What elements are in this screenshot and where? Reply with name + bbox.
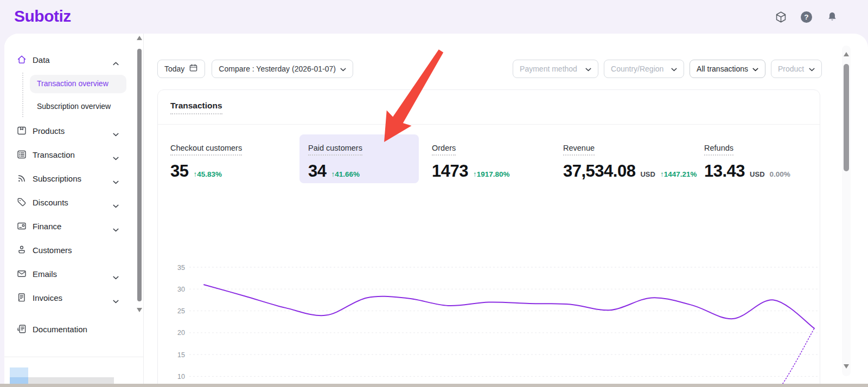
help-icon[interactable]: ? bbox=[800, 11, 813, 23]
up-arrow-icon: ↑ bbox=[660, 170, 664, 178]
brand-logo[interactable]: Subotiz bbox=[14, 7, 71, 25]
payment-method-label: Payment method bbox=[520, 64, 577, 73]
metric-value: 37,534.08 bbox=[563, 162, 635, 181]
y-tick-label: 20 bbox=[177, 329, 185, 337]
metric-label: Orders bbox=[432, 144, 456, 156]
y-tick-label: 25 bbox=[177, 307, 185, 315]
metric-delta: ↑1447.21% bbox=[660, 170, 697, 178]
chevron-down-icon bbox=[113, 296, 119, 306]
chevron-down-icon bbox=[809, 64, 815, 73]
sidebar-item-data[interactable]: Data bbox=[4, 48, 143, 72]
metric-label: Revenue bbox=[563, 144, 595, 156]
product-dropdown[interactable]: Product bbox=[771, 60, 822, 78]
sidebar-item-label: Invoices bbox=[33, 293, 62, 302]
sidebar-scrollbar[interactable] bbox=[136, 36, 143, 339]
sidebar-item-customers[interactable]: Customers bbox=[4, 238, 143, 262]
chevron-down-icon bbox=[113, 177, 119, 186]
transactions-line-chart: 0510152025303500:0002:0004:0006:0008:001… bbox=[163, 252, 822, 384]
sidebar-item-label: Documentation bbox=[33, 325, 87, 334]
country-region-label: Country/Region bbox=[611, 64, 663, 73]
sidebar-item-documentation[interactable]: Documentation bbox=[4, 317, 143, 341]
metric-label: Paid customers bbox=[308, 144, 362, 156]
transaction-type-dropdown[interactable]: All transactions bbox=[690, 60, 765, 78]
preview-thumbnail bbox=[10, 367, 28, 377]
transactions-panel: Transactions Checkout customers 35 ↑45.8… bbox=[157, 89, 820, 384]
sidebar-divider bbox=[4, 357, 143, 357]
sidebar-item-label: Data bbox=[33, 55, 50, 64]
calendar-icon bbox=[189, 63, 198, 74]
sidebar-item-label: Customers bbox=[33, 246, 72, 255]
chevron-down-icon bbox=[671, 64, 677, 73]
metric-refunds[interactable]: Refunds 13.43 USD 0.00% bbox=[704, 143, 790, 181]
metric-unit: USD bbox=[750, 170, 764, 178]
sidebar-subitem-subscription-overview[interactable]: Subscription overview bbox=[30, 98, 126, 115]
sidebar-item-discounts[interactable]: Discounts bbox=[4, 190, 143, 214]
sidebar-item-label: Subscriptions bbox=[33, 174, 81, 183]
sidebar-item-label: Transaction bbox=[33, 150, 75, 159]
product-label: Product bbox=[778, 64, 804, 73]
mail-icon bbox=[16, 268, 27, 279]
scroll-up-arrow-icon[interactable] bbox=[844, 52, 849, 56]
sidebar-item-invoices[interactable]: Invoices bbox=[4, 286, 143, 309]
sidebar-item-emails[interactable]: Emails bbox=[4, 262, 143, 286]
sidebar-item-subscriptions[interactable]: Subscriptions bbox=[4, 166, 143, 190]
sidebar-subitem-transaction-overview[interactable]: Transaction overview bbox=[30, 75, 126, 93]
metric-delta: ↑41.66% bbox=[331, 170, 360, 178]
list-icon bbox=[16, 149, 27, 160]
chevron-down-icon bbox=[752, 64, 758, 73]
metric-paid-customers[interactable]: Paid customers 34 ↑41.66% bbox=[308, 143, 362, 181]
topbar-icons: ? bbox=[775, 11, 838, 23]
sidebar-item-transaction[interactable]: Transaction bbox=[4, 143, 143, 166]
preview-thumbnail bbox=[28, 377, 114, 384]
metric-delta: ↑45.83% bbox=[193, 170, 222, 178]
chevron-down-icon bbox=[113, 224, 119, 234]
scrollbar-thumb[interactable] bbox=[137, 49, 142, 301]
subitem-label: Transaction overview bbox=[37, 79, 108, 88]
sidebar-item-finance[interactable]: Finance bbox=[4, 214, 143, 238]
rss-icon bbox=[16, 173, 27, 184]
y-tick-label: 15 bbox=[177, 351, 185, 359]
chart-compare-line bbox=[204, 328, 814, 384]
main-scrollbar[interactable] bbox=[842, 46, 851, 376]
sidebar: Data Transaction overview Subscription o… bbox=[4, 34, 144, 384]
scroll-down-arrow-icon[interactable] bbox=[137, 308, 142, 312]
metric-delta: ↑1917.80% bbox=[473, 170, 510, 178]
chevron-down-icon bbox=[113, 272, 119, 282]
metric-value: 34 bbox=[308, 162, 326, 181]
filters-right: Payment method Country/Region All transa… bbox=[513, 60, 822, 78]
payment-method-dropdown[interactable]: Payment method bbox=[513, 60, 598, 78]
metric-orders[interactable]: Orders 1473 ↑1917.80% bbox=[432, 143, 510, 181]
scroll-down-arrow-icon[interactable] bbox=[844, 364, 849, 369]
chart-line bbox=[204, 285, 814, 328]
sidebar-item-products[interactable]: Products bbox=[4, 119, 143, 143]
chevron-down-icon bbox=[113, 129, 119, 139]
date-range-button[interactable]: Today bbox=[157, 60, 205, 78]
scrollbar-thumb[interactable] bbox=[844, 64, 849, 171]
y-tick-label: 30 bbox=[177, 286, 185, 293]
panel-title: Transactions bbox=[170, 101, 222, 114]
svg-text:?: ? bbox=[804, 13, 808, 21]
country-region-dropdown[interactable]: Country/Region bbox=[604, 60, 684, 78]
metric-revenue[interactable]: Revenue 37,534.08 USD ↑1447.21% bbox=[563, 143, 697, 181]
tag-icon bbox=[16, 197, 27, 208]
metric-unit: USD bbox=[640, 170, 655, 178]
user-icon bbox=[16, 244, 27, 255]
metric-value: 13.43 bbox=[704, 162, 745, 181]
metric-delta: 0.00% bbox=[770, 170, 790, 178]
metric-value: 35 bbox=[170, 162, 188, 181]
package-cube-icon[interactable] bbox=[775, 11, 787, 23]
transaction-type-label: All transactions bbox=[697, 64, 748, 73]
compare-dropdown[interactable]: Compare : Yesterday (2026-01-07) bbox=[212, 60, 353, 78]
wallet-icon bbox=[16, 221, 27, 231]
scroll-up-arrow-icon[interactable] bbox=[137, 36, 142, 40]
filters-left: Today Compare : Yesterday (2026-01-07) bbox=[157, 60, 353, 78]
chevron-down-icon bbox=[113, 153, 119, 163]
up-arrow-icon: ↑ bbox=[473, 170, 477, 178]
compare-label: Compare : Yesterday (2026-01-07) bbox=[219, 64, 336, 73]
metric-checkout-customers[interactable]: Checkout customers 35 ↑45.83% bbox=[170, 143, 242, 181]
chevron-up-icon bbox=[113, 58, 119, 68]
bell-icon[interactable] bbox=[826, 11, 838, 23]
date-range-label: Today bbox=[164, 64, 184, 73]
preview-thumbnail bbox=[10, 377, 28, 384]
panel-divider bbox=[158, 124, 820, 125]
